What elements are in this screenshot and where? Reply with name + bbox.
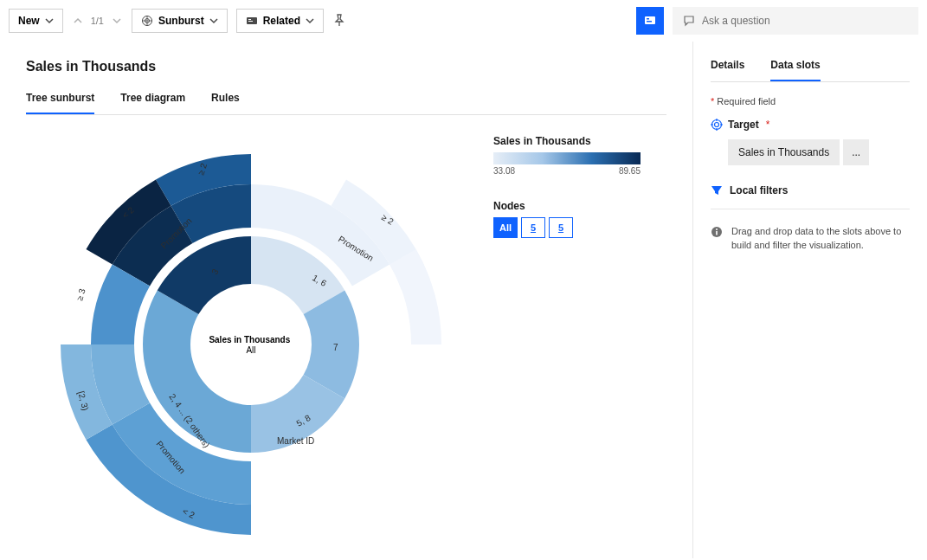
sunburst-icon xyxy=(141,15,153,27)
info-icon xyxy=(711,226,723,238)
svg-rect-13 xyxy=(716,231,718,235)
svg-rect-5 xyxy=(645,16,655,24)
target-chip-more[interactable]: ... xyxy=(843,139,869,165)
chevron-down-icon xyxy=(45,16,54,25)
nodes-5b-button[interactable]: 5 xyxy=(549,217,573,238)
nodes-5a-button[interactable]: 5 xyxy=(521,217,545,238)
seg-label: 7 xyxy=(333,343,338,352)
svg-point-14 xyxy=(716,229,718,230)
related-label: Related xyxy=(263,15,300,27)
ring-name: Market ID xyxy=(277,436,314,446)
sunburst-chart[interactable]: Sales in Thousands All 1, 6 7 5, 8 2, 4 … xyxy=(26,128,476,546)
legend-title: Sales in Thousands xyxy=(493,135,666,147)
svg-rect-7 xyxy=(647,21,652,23)
svg-rect-3 xyxy=(248,19,251,20)
new-label: New xyxy=(18,15,40,27)
chart-center-sub: All xyxy=(246,345,255,355)
pin-icon xyxy=(332,14,346,28)
chevron-down-icon xyxy=(113,16,121,25)
tab-tree-sunburst[interactable]: Tree sunburst xyxy=(26,85,94,114)
right-panel: Details Data slots *Required field Targe… xyxy=(692,42,927,558)
pager-next[interactable] xyxy=(111,15,123,27)
new-button[interactable]: New xyxy=(9,9,63,33)
chart-legend: Sales in Thousands 33.08 89.65 Nodes All… xyxy=(476,128,666,546)
nodes-label: Nodes xyxy=(493,200,666,212)
rtab-data-slots[interactable]: Data slots xyxy=(770,54,820,81)
svg-point-10 xyxy=(712,120,722,130)
viz-type-label: Sunburst xyxy=(158,15,204,27)
chevron-down-icon xyxy=(209,16,218,25)
ask-placeholder: Ask a question xyxy=(702,15,770,27)
local-filters-header[interactable]: Local filters xyxy=(711,184,910,209)
svg-point-11 xyxy=(715,123,719,127)
toolbar: New 1/1 Sunburst Related xyxy=(0,0,927,42)
ask-question-input[interactable]: Ask a question xyxy=(673,7,918,35)
slot-hint: Drag and drop data to the slots above to… xyxy=(711,225,910,253)
outer-label: ≥ 3 xyxy=(74,287,87,302)
pin-button[interactable] xyxy=(332,14,346,28)
assistant-button[interactable] xyxy=(636,7,664,35)
chevron-up-icon xyxy=(74,16,82,25)
chart-center-title: Sales in Thousands xyxy=(209,335,290,344)
scale-min: 33.08 xyxy=(493,166,515,176)
related-button[interactable]: Related xyxy=(236,9,324,33)
related-icon xyxy=(246,15,258,27)
pager: 1/1 xyxy=(72,15,123,27)
color-scale xyxy=(493,152,641,164)
required-hint: *Required field xyxy=(711,96,910,106)
filter-icon xyxy=(711,184,723,196)
tab-rules[interactable]: Rules xyxy=(211,85,240,114)
tab-tree-diagram[interactable]: Tree diagram xyxy=(120,85,185,114)
nodes-all-button[interactable]: All xyxy=(493,217,518,238)
target-icon xyxy=(711,119,723,131)
page-title: Sales in Thousands xyxy=(26,59,666,74)
chevron-down-icon xyxy=(306,16,314,25)
svg-rect-6 xyxy=(647,18,649,20)
svg-rect-4 xyxy=(248,21,253,22)
chat-icon xyxy=(683,15,695,27)
target-chip[interactable]: Sales in Thousands xyxy=(728,139,840,165)
rtab-details[interactable]: Details xyxy=(711,54,744,81)
scale-max: 89.65 xyxy=(619,166,641,176)
viz-type-button[interactable]: Sunburst xyxy=(132,9,228,33)
pager-prev[interactable] xyxy=(72,15,84,27)
assistant-icon xyxy=(643,14,657,28)
canvas-tabs: Tree sunburst Tree diagram Rules xyxy=(26,85,666,115)
slot-target-header: Target * xyxy=(711,119,910,131)
pager-counter: 1/1 xyxy=(91,16,104,26)
